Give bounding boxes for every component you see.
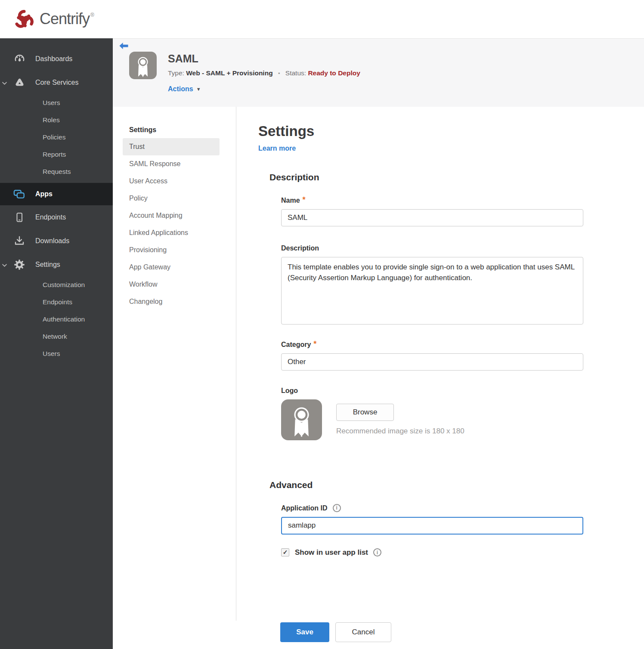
subnav-item-trust[interactable]: Trust <box>123 138 220 155</box>
required-marker: * <box>313 341 316 347</box>
actions-menu-button[interactable]: Actions ▼ <box>168 85 207 93</box>
sidebar: Dashboards Core Services Users Roles Pol… <box>0 38 113 649</box>
sidebar-item-settings-endpoints[interactable]: Endpoints <box>0 294 113 311</box>
top-brand-bar: Centrify ® <box>0 0 644 38</box>
show-in-user-app-list-row: ✓ Show in user app list i <box>281 548 644 557</box>
chevron-down-icon[interactable] <box>2 79 7 87</box>
info-icon[interactable]: i <box>373 548 381 556</box>
app-logo-preview <box>281 399 322 440</box>
advanced-section-heading: Advanced <box>269 480 644 490</box>
sidebar-item-dashboards[interactable]: Dashboards <box>0 47 113 71</box>
subnav-item-policy[interactable]: Policy <box>123 190 220 207</box>
sidebar-item-requests[interactable]: Requests <box>0 163 113 180</box>
application-id-field[interactable] <box>281 517 583 535</box>
logo-label: Logo <box>281 387 644 395</box>
download-icon <box>13 235 25 247</box>
sidebar-item-endpoints[interactable]: Endpoints <box>0 205 113 229</box>
sidebar-item-network[interactable]: Network <box>0 328 113 345</box>
centrify-logo: Centrify ® <box>12 7 94 32</box>
sidebar-item-policies[interactable]: Policies <box>0 129 113 146</box>
type-value: Web - SAML + Provisioning <box>186 69 272 77</box>
sidebar-item-apps[interactable]: Apps <box>0 183 113 205</box>
sidebar-item-core-services[interactable]: Core Services <box>0 71 113 94</box>
application-id-label: Application ID i <box>281 504 644 512</box>
description-label: Description <box>281 244 644 252</box>
subnav-title: Settings <box>129 126 236 134</box>
device-icon <box>13 212 25 223</box>
settings-panel: Settings Learn more Description Name * D… <box>236 107 644 649</box>
subnav-item-saml-response[interactable]: SAML Response <box>123 155 220 173</box>
gauge-icon <box>13 53 25 64</box>
logo-size-hint: Recommended image size is 180 x 180 <box>336 427 464 436</box>
app-meta: Type: Web - SAML + Provisioning • Status… <box>168 69 360 77</box>
browse-button[interactable]: Browse <box>336 404 394 421</box>
core-services-icon <box>13 77 25 88</box>
sidebar-item-reports[interactable]: Reports <box>0 146 113 163</box>
back-arrow-icon[interactable] <box>119 42 129 52</box>
caret-down-icon: ▼ <box>196 87 201 92</box>
status-label: Status: <box>285 69 306 77</box>
learn-more-link[interactable]: Learn more <box>258 145 296 152</box>
apps-icon <box>13 189 25 200</box>
sidebar-item-settings[interactable]: Settings <box>0 253 113 276</box>
show-in-user-app-list-label: Show in user app list <box>295 548 368 557</box>
category-field[interactable] <box>281 353 583 371</box>
brand-trademark: ® <box>90 12 94 18</box>
meta-separator: • <box>278 70 280 77</box>
app-subnav: Settings Trust SAML Response User Access… <box>113 107 236 621</box>
name-label: Name * <box>281 197 644 204</box>
sidebar-item-roles[interactable]: Roles <box>0 111 113 129</box>
name-field[interactable] <box>281 209 583 226</box>
sidebar-item-authentication[interactable]: Authentication <box>0 311 113 328</box>
description-field[interactable]: This template enables you to provide sin… <box>281 257 583 324</box>
brand-name: Centrify <box>40 7 90 31</box>
app-title: SAML <box>168 53 360 65</box>
subnav-item-workflow[interactable]: Workflow <box>123 276 220 293</box>
chevron-down-icon[interactable] <box>2 261 7 269</box>
cancel-button[interactable]: Cancel <box>335 622 391 642</box>
status-value: Ready to Deploy <box>308 69 360 77</box>
subnav-item-linked-applications[interactable]: Linked Applications <box>123 224 220 241</box>
description-section-heading: Description <box>269 172 644 182</box>
subnav-item-app-gateway[interactable]: App Gateway <box>123 259 220 276</box>
sidebar-item-core-users[interactable]: Users <box>0 94 113 111</box>
category-label: Category * <box>281 341 644 349</box>
app-header: SAML Type: Web - SAML + Provisioning • S… <box>113 38 644 107</box>
gear-icon <box>13 259 25 270</box>
required-marker: * <box>303 197 306 203</box>
subnav-item-provisioning[interactable]: Provisioning <box>123 241 220 259</box>
save-button[interactable]: Save <box>280 622 329 642</box>
show-in-user-app-list-checkbox[interactable]: ✓ <box>281 548 289 556</box>
subnav-item-account-mapping[interactable]: Account Mapping <box>123 207 220 224</box>
subnav-item-changelog[interactable]: Changelog <box>123 293 220 310</box>
type-label: Type: <box>168 69 184 77</box>
centrify-swirl-icon <box>12 8 36 32</box>
app-logo-icon <box>129 52 157 79</box>
info-icon[interactable]: i <box>333 504 341 512</box>
subnav-item-user-access[interactable]: User Access <box>123 173 220 190</box>
sidebar-item-customization[interactable]: Customization <box>0 276 113 294</box>
sidebar-item-downloads[interactable]: Downloads <box>0 229 113 253</box>
sidebar-item-settings-users[interactable]: Users <box>0 345 113 362</box>
page-title: Settings <box>258 124 644 139</box>
